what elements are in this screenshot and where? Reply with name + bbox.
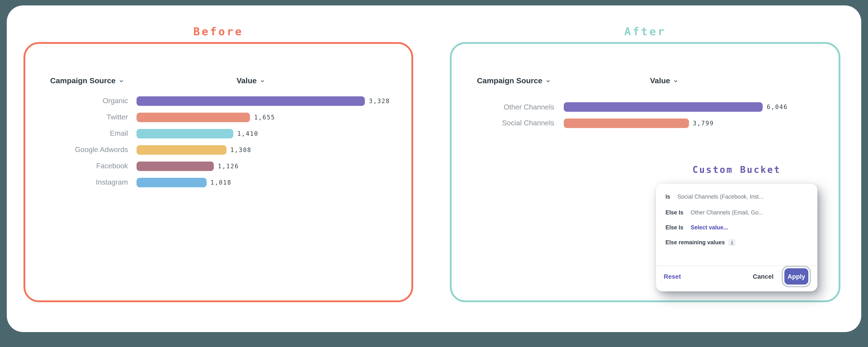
rule-operator: Else Is	[665, 209, 683, 216]
column-header-label: Campaign Source	[50, 77, 116, 86]
before-panel: Campaign Source Value Organic3,328Twitte…	[24, 42, 413, 302]
rule-operator: Is	[665, 194, 670, 200]
bar-cell: 1,308	[136, 145, 411, 154]
bar[interactable]	[564, 118, 689, 128]
bar-value: 6,046	[767, 104, 788, 111]
custom-bucket-title: Custom Bucket	[656, 164, 817, 175]
info-icon[interactable]: i	[728, 239, 736, 246]
chevron-down-icon	[546, 79, 550, 84]
popup-footer: Reset Cancel Apply	[656, 266, 817, 291]
bar-cell: 6,046	[564, 103, 839, 112]
row-label: Social Channels	[452, 119, 554, 127]
bar-value: 1,410	[237, 130, 258, 137]
row-label: Other Channels	[452, 103, 554, 111]
table-row: Google Adwords1,308	[25, 142, 411, 158]
custom-bucket-popup: Is Social Channels (Facebook, Inst... El…	[656, 184, 817, 291]
bar-cell: 1,655	[136, 112, 411, 122]
bar-cell: 1,126	[136, 161, 411, 171]
apply-button[interactable]: Apply	[784, 268, 808, 285]
bar[interactable]	[136, 112, 250, 122]
rule-operator: Else remaining values	[665, 239, 725, 245]
table-row: Facebook1,126	[25, 158, 411, 174]
before-section-title: Before	[24, 25, 413, 38]
row-label: Instagram	[25, 178, 128, 186]
column-header-label: Value	[237, 77, 257, 86]
bar[interactable]	[136, 178, 206, 187]
after-section-title: After	[450, 25, 840, 38]
bucket-rule-row[interactable]: Else Is Other Channels (Email, Go...	[665, 209, 811, 216]
select-value-link[interactable]: Select value...	[690, 224, 728, 231]
bar[interactable]	[136, 96, 365, 106]
bar[interactable]	[564, 103, 763, 112]
bar-cell: 1,410	[136, 129, 411, 138]
bucket-remaining-row: Else remaining values i	[665, 239, 811, 246]
row-label: Google Adwords	[25, 146, 128, 154]
bar-value: 3,799	[693, 120, 714, 127]
table-row: Instagram1,018	[25, 174, 411, 191]
row-label: Organic	[25, 97, 128, 105]
bucket-rule-row[interactable]: Else Is Select value...	[665, 224, 811, 231]
table-row: Email1,410	[25, 125, 411, 142]
bar[interactable]	[136, 145, 226, 154]
chevron-down-icon	[119, 79, 124, 84]
screenshot-viewport: Before After Campaign Source Value Organ…	[0, 0, 868, 347]
bucket-rule-row[interactable]: Is Social Channels (Facebook, Inst...	[665, 194, 811, 200]
column-header-label: Campaign Source	[477, 77, 542, 86]
reset-button[interactable]: Reset	[664, 273, 681, 280]
chevron-down-icon	[260, 79, 265, 84]
table-row: Other Channels6,046	[452, 99, 839, 115]
row-label: Email	[25, 129, 128, 138]
column-header-campaign-source[interactable]: Campaign Source	[477, 77, 550, 86]
column-header-value[interactable]: Value	[136, 77, 365, 86]
rule-operator: Else Is	[665, 224, 683, 231]
rule-value[interactable]: Other Channels (Email, Go...	[690, 209, 763, 216]
column-header-value[interactable]: Value	[565, 77, 764, 86]
rule-value[interactable]: Social Channels (Facebook, Inst...	[677, 194, 764, 200]
bar[interactable]	[136, 161, 214, 171]
table-row: Organic3,328	[25, 93, 411, 109]
bar-value: 1,126	[218, 163, 239, 169]
bar-value: 1,018	[211, 179, 231, 186]
column-header-label: Value	[650, 77, 670, 86]
before-bar-table: Organic3,328Twitter1,655Email1,410Google…	[25, 93, 411, 191]
bar-value: 1,308	[230, 146, 251, 153]
bar-value: 1,655	[254, 114, 275, 121]
row-label: Facebook	[25, 162, 128, 170]
table-row: Twitter1,655	[25, 109, 411, 125]
bar[interactable]	[136, 129, 233, 138]
bar-cell: 3,328	[136, 96, 411, 106]
chevron-down-icon	[673, 79, 678, 84]
row-label: Twitter	[25, 113, 128, 121]
column-header-campaign-source[interactable]: Campaign Source	[50, 77, 124, 86]
bar-value: 3,328	[369, 97, 390, 104]
main-card: Before After Campaign Source Value Organ…	[7, 5, 861, 332]
after-bar-table: Other Channels6,046Social Channels3,799	[452, 99, 839, 131]
bar-cell: 3,799	[564, 118, 839, 128]
cancel-button[interactable]: Cancel	[753, 273, 774, 280]
canvas: Before After Campaign Source Value Organ…	[0, 0, 868, 347]
bar-cell: 1,018	[136, 178, 411, 187]
table-row: Social Channels3,799	[452, 115, 839, 131]
